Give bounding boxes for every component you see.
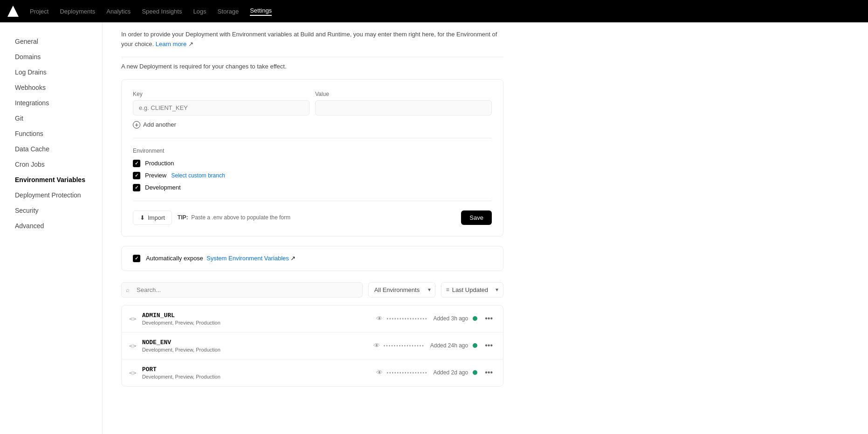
value-column: Value [315,91,492,115]
nav-storage[interactable]: Storage [218,8,239,15]
sidebar-item-deployment-protection[interactable]: Deployment Protection [4,188,98,203]
eye-icon[interactable]: 👁 [376,315,383,322]
env-var-meta: Added 3h ago ••• [433,313,496,324]
sidebar-item-environment-variables[interactable]: Environment Variables [4,172,98,187]
sidebar-item-cron-jobs[interactable]: Cron Jobs [4,157,98,172]
add-icon: + [133,121,140,129]
import-button[interactable]: ⬇ Import [133,210,172,225]
env-var-meta: Added 24h ago ••• [430,340,496,351]
env-var-value: 👁 •••••••••••••••• [376,315,427,322]
env-var-info: ADMIN_URL Development, Preview, Producti… [142,312,371,326]
development-label: Development [145,184,181,191]
sidebar-item-integrations[interactable]: Integrations [4,95,98,110]
env-option-production: Production [133,160,492,167]
sidebar-item-log-drains[interactable]: Log Drains [4,65,98,80]
env-var-name: PORT [142,366,371,373]
env-var-dots: •••••••••••••••• [386,316,427,321]
env-option-development: Development [133,184,492,191]
environment-label: Environment [133,148,492,154]
env-var-value: 👁 •••••••••••••••• [373,342,425,349]
sidebar-item-webhooks[interactable]: Webhooks [4,80,98,95]
import-save-row: ⬇ Import TIP: Paste a .env above to popu… [133,210,492,225]
env-var-value: 👁 •••••••••••••••• [376,369,427,376]
production-checkbox[interactable] [133,160,140,167]
main-content: In order to provide your Deployment with… [103,22,522,434]
env-var-info: NODE_ENV Development, Preview, Productio… [142,339,368,353]
nav-deployments[interactable]: Deployments [60,8,95,15]
eye-icon[interactable]: 👁 [373,342,380,349]
learn-more-link[interactable]: Learn more [156,41,186,47]
auto-expose-text: Automatically expose System Environment … [146,255,296,262]
env-var-name: ADMIN_URL [142,312,371,319]
nav-settings[interactable]: Settings [250,7,272,16]
sidebar: General Domains Log Drains Webhooks Inte… [0,22,103,434]
value-input[interactable] [315,100,492,115]
added-meta: Added 3h ago [433,315,468,322]
key-label: Key [133,91,310,97]
section-divider [133,138,492,138]
sort-select[interactable]: ≡ Last Updated [441,282,503,298]
system-env-vars-link[interactable]: System Environment Variables [207,255,289,262]
env-var-dots: •••••••••••••••• [384,343,425,348]
code-bracket-icon: <> [129,342,137,349]
tip-text: TIP: Paste a .env above to populate the … [178,214,456,221]
save-button[interactable]: Save [461,210,492,225]
download-icon: ⬇ [140,214,145,221]
import-divider [133,201,492,201]
add-another-label: Add another [143,121,176,128]
sidebar-item-git[interactable]: Git [4,111,98,126]
env-filter-select[interactable]: All Environments Production Preview Deve… [368,282,435,298]
table-row: <> NODE_ENV Development, Preview, Produc… [122,332,503,359]
more-options-button[interactable]: ••• [482,367,496,378]
nav-logs[interactable]: Logs [193,8,206,15]
value-label: Value [315,91,492,97]
env-var-info: PORT Development, Preview, Production [142,366,371,380]
search-wrapper: ⌕ [121,282,363,298]
status-dot [473,316,477,321]
import-label: Import [148,214,165,221]
development-checkbox[interactable] [133,184,140,191]
sidebar-item-data-cache[interactable]: Data Cache [4,142,98,156]
env-var-envs: Development, Preview, Production [142,374,371,380]
nav-speed-insights[interactable]: Speed Insights [142,8,182,15]
more-options-button[interactable]: ••• [482,313,496,324]
page-layout: General Domains Log Drains Webhooks Inte… [0,22,868,434]
env-var-name: NODE_ENV [142,339,368,346]
add-another-button[interactable]: + Add another [133,121,176,129]
sort-label: Last Updated [452,286,488,293]
key-column: Key [133,91,310,115]
production-label: Production [145,160,174,167]
nav-analytics[interactable]: Analytics [106,8,131,15]
more-options-button[interactable]: ••• [482,340,496,351]
sidebar-item-advanced[interactable]: Advanced [4,218,98,233]
auto-expose-prefix: Automatically expose [146,255,203,262]
auto-expose-card: Automatically expose System Environment … [121,246,503,271]
filter-row: ⌕ All Environments Production Preview De… [121,282,503,298]
env-var-envs: Development, Preview, Production [142,320,371,326]
kv-form-card: Key Value + Add another Environment Prod… [121,79,503,237]
kv-row: Key Value [133,91,492,115]
table-row: <> ADMIN_URL Development, Preview, Produ… [122,305,503,332]
preview-checkbox[interactable] [133,172,140,179]
deployment-notice: A new Deployment is required for your ch… [121,63,503,70]
select-custom-branch-link[interactable]: Select custom branch [171,172,225,179]
code-bracket-icon: <> [129,315,137,322]
search-input[interactable] [121,282,363,298]
env-option-preview: Preview Select custom branch [133,172,492,179]
eye-icon[interactable]: 👁 [376,369,383,376]
tip-body: Paste a .env above to populate the form [191,214,290,221]
sidebar-item-security[interactable]: Security [4,203,98,218]
sidebar-item-functions[interactable]: Functions [4,126,98,141]
table-row: <> PORT Development, Preview, Production… [122,359,503,386]
key-input[interactable] [133,100,310,115]
top-navigation: Project Deployments Analytics Speed Insi… [0,0,868,22]
env-var-dots: •••••••••••••••• [386,370,427,375]
vercel-logo [7,6,19,17]
sidebar-item-domains[interactable]: Domains [4,49,98,64]
sort-icon: ≡ [446,286,449,293]
env-var-meta: Added 2d ago ••• [433,367,496,378]
nav-project[interactable]: Project [30,8,48,15]
tip-label: TIP: [178,214,188,221]
sidebar-item-general[interactable]: General [4,34,98,49]
auto-expose-checkbox[interactable] [133,255,140,262]
